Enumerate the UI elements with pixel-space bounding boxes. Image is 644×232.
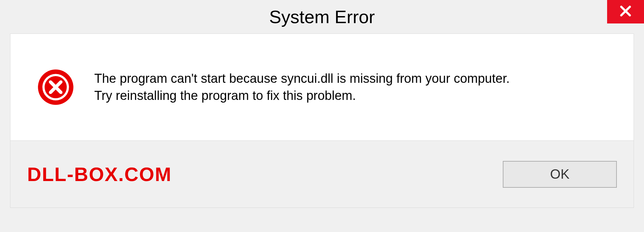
close-button[interactable]	[607, 0, 644, 23]
error-message: The program can't start because syncui.d…	[94, 70, 510, 105]
error-icon	[37, 69, 74, 106]
ok-button[interactable]: OK	[503, 161, 617, 188]
dialog-title: System Error	[269, 6, 375, 27]
error-message-line1: The program can't start because syncui.d…	[94, 70, 510, 87]
error-message-line2: Try reinstalling the program to fix this…	[94, 87, 510, 104]
watermark-text: DLL-BOX.COM	[27, 163, 172, 185]
dialog-footer: DLL-BOX.COM OK	[10, 141, 634, 208]
titlebar: System Error	[0, 0, 644, 34]
close-icon	[618, 4, 633, 20]
dialog-content: The program can't start because syncui.d…	[10, 34, 634, 141]
